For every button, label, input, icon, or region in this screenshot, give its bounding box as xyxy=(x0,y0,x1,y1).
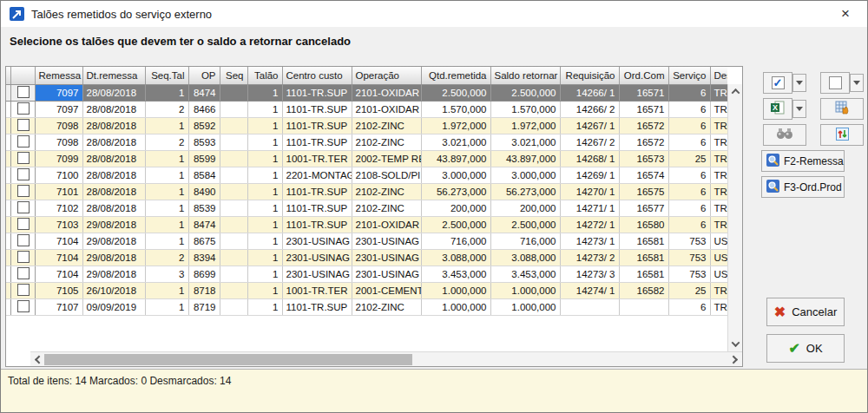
cell-des[interactable]: TRAT xyxy=(710,216,727,233)
row-checkbox[interactable] xyxy=(17,135,30,148)
cell-dt_remessa[interactable]: 28/08/2018 xyxy=(82,117,145,134)
cell-seq[interactable] xyxy=(220,266,247,282)
cell-seq[interactable] xyxy=(220,200,247,216)
cell-saldo_retornar[interactable]: 3.021,000 xyxy=(490,134,560,150)
cell-seq_tal[interactable]: 1 xyxy=(145,84,188,101)
row-checkbox[interactable] xyxy=(17,234,30,246)
horizontal-scroll-thumb[interactable] xyxy=(44,354,412,365)
cell-servico[interactable]: 6 xyxy=(668,167,710,183)
ok-button[interactable]: ✔ OK xyxy=(766,334,845,363)
cell-talao[interactable]: 1 xyxy=(247,101,282,117)
cell-qtd_remetida[interactable]: 3.000,000 xyxy=(421,167,490,183)
cell-ord_com[interactable]: 16575 xyxy=(619,183,668,200)
row-checkbox[interactable] xyxy=(17,267,30,279)
cell-operacao[interactable]: 2102-ZINC xyxy=(352,200,421,216)
cell-requisicao[interactable]: 14273/ 3 xyxy=(560,266,619,282)
cell-saldo_retornar[interactable]: 200,000 xyxy=(490,200,560,216)
row-checkbox[interactable] xyxy=(17,201,30,213)
cell-des[interactable]: USIN xyxy=(710,266,727,282)
row-checkbox[interactable] xyxy=(17,152,30,164)
cell-centro_custo[interactable]: 1001-TR.TER xyxy=(282,282,352,298)
column-pick-button[interactable] xyxy=(820,98,864,120)
cell-seq[interactable] xyxy=(220,134,247,150)
cell-requisicao[interactable] xyxy=(560,298,619,315)
cell-talao[interactable]: 1 xyxy=(247,249,282,266)
cell-centro_custo[interactable]: 1001-TR.TER xyxy=(282,150,352,167)
cell-talao[interactable]: 1 xyxy=(247,150,282,167)
cell-operacao[interactable]: 2101-OXIDAR xyxy=(352,216,421,233)
cell-talao[interactable]: 1 xyxy=(247,216,282,233)
cell-qtd_remetida[interactable]: 1.000,000 xyxy=(421,298,490,315)
cell-seq_tal[interactable]: 1 xyxy=(145,183,188,200)
cell-op[interactable]: 8592 xyxy=(188,117,220,134)
cell-seq_tal[interactable]: 1 xyxy=(145,150,188,167)
cell-seq[interactable] xyxy=(220,117,247,134)
cell-centro_custo[interactable]: 2301-USINAG xyxy=(282,266,352,282)
horizontal-scrollbar[interactable] xyxy=(30,351,742,366)
cell-qtd_remetida[interactable]: 200,000 xyxy=(421,200,490,216)
cell-op[interactable]: 8490 xyxy=(188,183,220,200)
cell-qtd_remetida[interactable]: 3.088,000 xyxy=(421,249,490,266)
scroll-up-icon[interactable] xyxy=(728,84,743,99)
cell-centro_custo[interactable]: 1101-TR.SUP xyxy=(282,298,352,315)
cell-centro_custo[interactable]: 1101-TR.SUP xyxy=(282,216,352,233)
sort-button[interactable] xyxy=(820,124,864,146)
cell-dt_remessa[interactable]: 28/08/2018 xyxy=(82,101,145,117)
cell-operacao[interactable]: 2001-CEMENTA xyxy=(352,282,421,298)
cell-operacao[interactable]: 2301-USINAG xyxy=(352,249,421,266)
cell-seq[interactable] xyxy=(220,298,247,315)
scroll-left-icon[interactable] xyxy=(30,352,45,367)
export-excel-button[interactable]: X xyxy=(763,98,792,120)
cell-seq_tal[interactable]: 1 xyxy=(145,233,188,249)
cell-dt_remessa[interactable]: 28/08/2018 xyxy=(82,200,145,216)
cell-saldo_retornar[interactable]: 3.088,000 xyxy=(490,249,560,266)
cell-qtd_remetida[interactable]: 1.570,000 xyxy=(421,101,490,117)
cell-servico[interactable]: 6 xyxy=(668,84,710,101)
row-checkbox[interactable] xyxy=(17,119,30,131)
cell-remessa[interactable]: 7098 xyxy=(35,134,82,150)
cell-operacao[interactable]: 2102-ZINC xyxy=(352,298,421,315)
cell-dt_remessa[interactable]: 28/08/2018 xyxy=(82,167,145,183)
cell-des[interactable]: USIN xyxy=(710,249,727,266)
cell-qtd_remetida[interactable]: 56.273,000 xyxy=(421,183,490,200)
cell-op[interactable]: 8699 xyxy=(188,266,220,282)
cell-dt_remessa[interactable]: 29/08/2018 xyxy=(82,216,145,233)
cell-operacao[interactable]: 2102-ZINC xyxy=(352,117,421,134)
cell-servico[interactable]: 25 xyxy=(668,282,710,298)
cell-seq_tal[interactable]: 1 xyxy=(145,298,188,315)
cell-requisicao[interactable]: 14272/ 1 xyxy=(560,216,619,233)
cell-ord_com[interactable]: 16577 xyxy=(619,200,668,216)
cell-dt_remessa[interactable]: 28/08/2018 xyxy=(82,150,145,167)
cell-dt_remessa[interactable]: 28/08/2018 xyxy=(82,134,145,150)
cell-qtd_remetida[interactable]: 43.897,000 xyxy=(421,150,490,167)
cell-saldo_retornar[interactable]: 1.972,000 xyxy=(490,117,560,134)
cell-des[interactable]: TRAT xyxy=(710,101,727,117)
cell-op[interactable]: 8599 xyxy=(188,150,220,167)
cell-ord_com[interactable]: 16574 xyxy=(619,167,668,183)
close-icon[interactable]: × xyxy=(832,1,858,27)
row-checkbox[interactable] xyxy=(17,86,30,98)
cell-qtd_remetida[interactable]: 2.500,000 xyxy=(421,216,490,233)
cell-talao[interactable]: 1 xyxy=(247,84,282,101)
cell-dt_remessa[interactable]: 29/08/2018 xyxy=(82,266,145,282)
cell-remessa[interactable]: 7099 xyxy=(35,150,82,167)
cell-servico[interactable]: 753 xyxy=(668,249,710,266)
cell-saldo_retornar[interactable]: 43.897,000 xyxy=(490,150,560,167)
column-header-talao[interactable]: Talão xyxy=(247,67,282,84)
cell-centro_custo[interactable]: 1101-TR.SUP xyxy=(282,84,352,101)
cell-op[interactable]: 8394 xyxy=(188,249,220,266)
cell-ord_com[interactable]: 16572 xyxy=(619,117,668,134)
cell-talao[interactable]: 1 xyxy=(247,183,282,200)
cell-op[interactable]: 8675 xyxy=(188,233,220,249)
cell-operacao[interactable]: 2102-ZINC xyxy=(352,134,421,150)
cell-servico[interactable]: 753 xyxy=(668,266,710,282)
cell-ord_com[interactable]: 16581 xyxy=(619,249,668,266)
cell-seq_tal[interactable]: 2 xyxy=(145,249,188,266)
cell-dt_remessa[interactable]: 26/10/2018 xyxy=(82,282,145,298)
cell-centro_custo[interactable]: 1101-TR.SUP xyxy=(282,183,352,200)
column-header-op[interactable]: OP xyxy=(188,67,220,84)
cell-saldo_retornar[interactable]: 1.000,000 xyxy=(490,282,560,298)
cell-des[interactable]: TRAT xyxy=(710,134,727,150)
cell-ord_com[interactable] xyxy=(619,298,668,315)
cell-remessa[interactable]: 7104 xyxy=(35,233,82,249)
